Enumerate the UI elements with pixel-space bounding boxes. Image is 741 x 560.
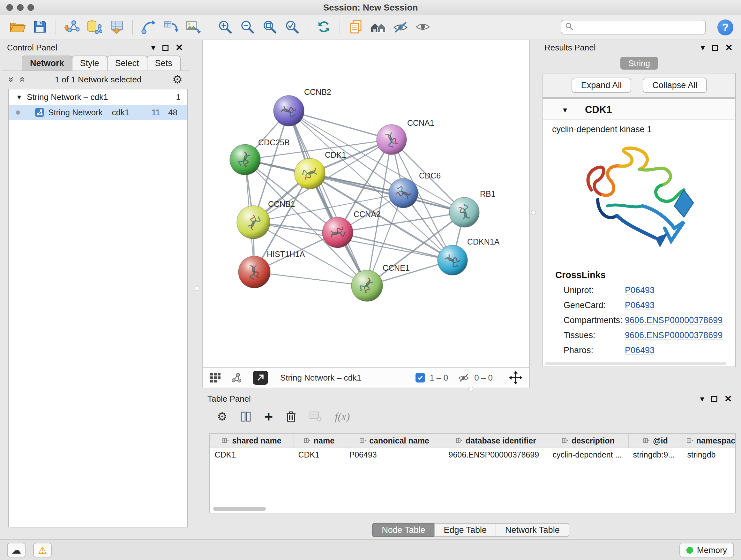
- bottom-splitter-handle[interactable]: [468, 387, 473, 391]
- expand-all-networks-icon[interactable]: »: [16, 77, 27, 82]
- tab-style[interactable]: Style: [72, 56, 108, 71]
- network-canvas[interactable]: CCNB2CCNA1CDC25BCDK1CDC6RB1CCNB1CCNA2CDK…: [203, 40, 530, 367]
- column-header-name[interactable]: name: [294, 434, 345, 448]
- import-network-from-database-button[interactable]: [84, 17, 104, 38]
- results-scrollbar[interactable]: [545, 362, 726, 365]
- network-options-gear-icon[interactable]: ⚙: [172, 73, 183, 86]
- function-builder-icon[interactable]: f(x): [335, 411, 350, 423]
- selected-checkbox-icon[interactable]: [415, 373, 425, 382]
- tab-network[interactable]: Network: [22, 56, 72, 71]
- open-session-button[interactable]: [8, 17, 27, 38]
- node-cdc25b[interactable]: [230, 144, 260, 175]
- tab-edge-table[interactable]: Edge Table: [434, 523, 496, 537]
- node-ccne1[interactable]: [351, 270, 383, 301]
- export-image-button[interactable]: [183, 17, 203, 38]
- export-view-icon[interactable]: [253, 371, 268, 385]
- crosslink-value[interactable]: 9606.ENSP00000378699: [625, 315, 723, 325]
- node-ccnb2[interactable]: [273, 96, 304, 126]
- tab-network-table[interactable]: Network Table: [495, 523, 569, 537]
- column-header-shared-name[interactable]: shared name: [210, 434, 294, 448]
- zoom-in-button[interactable]: [215, 17, 235, 38]
- pan-crosshair-icon[interactable]: [509, 371, 523, 385]
- import-network-from-file-button[interactable]: [62, 17, 82, 38]
- table-settings-gear-icon[interactable]: ⚙: [217, 410, 227, 423]
- memory-button[interactable]: Memory: [679, 543, 734, 557]
- results-panel-float-icon[interactable]: ▾: [701, 43, 705, 53]
- table-cell[interactable]: stringdb:9...: [629, 448, 683, 462]
- tab-node-table[interactable]: Node Table: [372, 523, 434, 537]
- help-button[interactable]: ?: [718, 19, 733, 36]
- crosslink-value[interactable]: P06493: [625, 286, 655, 295]
- column-header-database-identifier[interactable]: database identifier: [444, 434, 548, 448]
- zoom-fit-button[interactable]: [260, 17, 280, 38]
- gene-collapse-icon[interactable]: ▾: [563, 105, 567, 115]
- save-session-button[interactable]: [30, 17, 50, 38]
- table-cell[interactable]: CDK1: [210, 448, 294, 462]
- crosslink-value[interactable]: 9606.ENSP00000378699: [625, 330, 723, 340]
- collapse-all-button[interactable]: Collapse All: [643, 78, 707, 93]
- table-panel-maximize-icon[interactable]: [711, 396, 718, 402]
- node-hist1h1a[interactable]: [239, 256, 270, 288]
- node-ccna1[interactable]: [377, 125, 407, 154]
- clone-network-button[interactable]: [161, 17, 181, 38]
- show-all-button[interactable]: [413, 17, 433, 38]
- column-header--id[interactable]: @id: [629, 434, 683, 448]
- search-input[interactable]: [577, 23, 701, 32]
- expand-all-button[interactable]: Expand All: [571, 78, 631, 93]
- zoom-window-button[interactable]: [27, 4, 34, 11]
- network-overview-icon[interactable]: [230, 372, 242, 383]
- table-row[interactable]: CDK1CDK1P064939606.ENSP00000378699cyclin…: [210, 448, 736, 462]
- network-collection-row[interactable]: ▾ String Network – cdk1 1: [9, 89, 187, 105]
- close-window-button[interactable]: [6, 4, 13, 11]
- home-button[interactable]: [368, 17, 388, 38]
- network-view[interactable]: CCNB2CCNA1CDC25BCDK1CDC6RB1CCNB1CCNA2CDK…: [202, 40, 530, 388]
- import-table-button[interactable]: [107, 17, 126, 38]
- column-header-namespac[interactable]: namespac: [683, 434, 736, 448]
- network-row[interactable]: String Network – cdk1 11 48: [9, 105, 187, 120]
- session-details-button[interactable]: [346, 17, 366, 38]
- results-panel-close-icon[interactable]: ✕: [725, 42, 733, 53]
- node-cdk1[interactable]: [294, 159, 325, 189]
- zoom-out-button[interactable]: [238, 17, 257, 38]
- crosslink-value[interactable]: P06493: [625, 300, 655, 310]
- node-rb1[interactable]: [449, 197, 479, 227]
- new-network-button[interactable]: [138, 17, 158, 38]
- node-cdc6[interactable]: [389, 179, 418, 208]
- add-column-icon[interactable]: +: [264, 410, 273, 423]
- right-splitter-handle[interactable]: [531, 210, 536, 215]
- show-columns-icon[interactable]: [240, 411, 252, 422]
- node-ccna2[interactable]: [322, 217, 353, 248]
- edge-hist1h1a-ccne1[interactable]: [254, 272, 367, 286]
- hidden-eye-icon[interactable]: [458, 373, 470, 382]
- apply-layout-button[interactable]: [314, 17, 334, 38]
- table-horizontal-scrollbar[interactable]: [213, 507, 266, 511]
- table-cell[interactable]: cyclin-dependent ...: [548, 448, 629, 462]
- left-splitter-handle[interactable]: [195, 286, 199, 291]
- cloud-button[interactable]: ☁: [7, 543, 25, 557]
- collapse-all-networks-icon[interactable]: »: [6, 77, 17, 82]
- column-header-description[interactable]: description: [548, 434, 629, 448]
- zoom-selected-button[interactable]: [282, 17, 302, 38]
- tree-expand-icon[interactable]: ▾: [17, 92, 21, 102]
- table-cell[interactable]: CDK1: [294, 448, 345, 462]
- tab-sets[interactable]: Sets: [147, 56, 181, 71]
- control-panel-close-icon[interactable]: ✕: [176, 42, 183, 53]
- birds-eye-view-icon[interactable]: [209, 372, 222, 383]
- results-panel-maximize-icon[interactable]: [712, 45, 718, 51]
- minimize-window-button[interactable]: [17, 4, 23, 11]
- gene-card-header[interactable]: ▾ CDK1: [543, 99, 735, 120]
- string-results-tab[interactable]: String: [620, 57, 658, 70]
- delete-column-icon[interactable]: [286, 411, 296, 423]
- table-cell[interactable]: P06493: [345, 448, 444, 462]
- crosslink-value[interactable]: P06493: [625, 346, 655, 355]
- node-ccnb1[interactable]: [237, 206, 270, 239]
- hide-selected-button[interactable]: [391, 17, 410, 38]
- control-panel-float-icon[interactable]: ▾: [151, 43, 155, 53]
- column-header-canonical-name[interactable]: canonical name: [345, 434, 444, 448]
- tab-select[interactable]: Select: [107, 56, 147, 71]
- node-cdkn1a[interactable]: [437, 245, 468, 275]
- table-panel-close-icon[interactable]: ✕: [724, 393, 732, 404]
- table-cell[interactable]: 9606.ENSP00000378699: [444, 448, 548, 462]
- warnings-button[interactable]: ⚠: [33, 543, 52, 557]
- table-panel-float-icon[interactable]: ▾: [700, 394, 704, 404]
